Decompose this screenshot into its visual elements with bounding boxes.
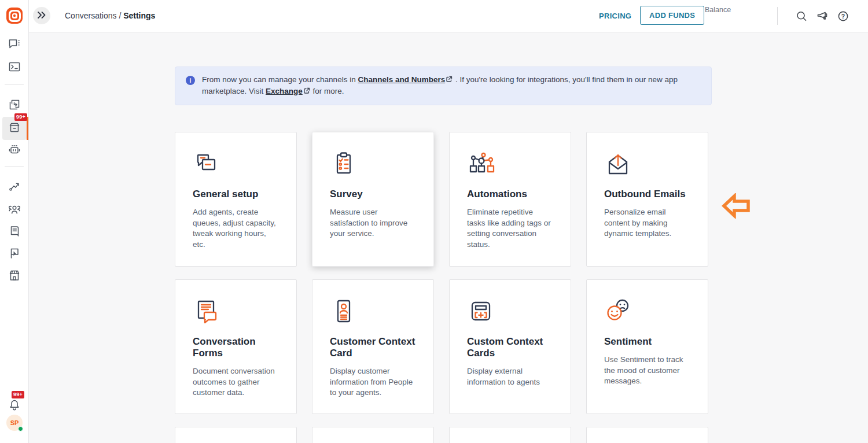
card-outbound-emails[interactable]: Outbound Emails Personalize email conten… [586,132,708,267]
terminal-icon [8,61,21,76]
bot-icon [8,143,21,158]
book-icon [8,225,21,240]
card-description: Display customer information from People… [330,366,416,398]
sidebar-item-notifications[interactable]: 99+ [2,394,27,418]
header-divider [777,7,778,25]
sidebar-item-analytics[interactable] [2,176,27,200]
sidebar-item-inbox[interactable]: 99+ [2,117,27,140]
card-conversation-forms[interactable]: Conversation Forms Document conversation… [175,279,297,414]
sidebar-divider [5,84,24,85]
storefront-icon [8,269,21,284]
orange-arrow-cursor-icon [722,193,751,221]
bell-icon [8,398,21,414]
channels-and-numbers-link[interactable]: Channels and Numbers [358,75,445,84]
card-description: Eliminate repetitive tasks like adding t… [467,207,553,250]
document-chat-icon [193,297,279,325]
trend-chart-icon [8,180,21,195]
card-title: General setup [193,189,279,200]
sidebar-item-bots[interactable] [2,139,27,163]
info-banner: i From now you can manage your channels … [175,67,712,105]
pricing-link[interactable]: PRICING [599,12,631,20]
contact-card-icon [330,297,416,325]
main-content: i From now you can manage your channels … [29,32,868,443]
card-description: Personalize email content by making dyna… [604,207,690,239]
chat-dots-icon [8,38,21,53]
exchange-link[interactable]: Exchange [266,87,303,95]
card-sentiment[interactable]: Sentiment Use Sentiment to track the moo… [586,279,708,414]
settings-card-grid: General setup Add agents, create queues,… [175,132,708,443]
card-partial[interactable] [449,427,571,443]
infobip-logo-icon[interactable] [6,8,23,24]
card-title: Automations [467,189,553,200]
double-chevron-right-icon [36,10,47,21]
card-partial[interactable] [175,427,297,443]
flag-cursor-icon [8,247,21,262]
banner-text: From now you can manage your channels in… [202,75,697,97]
breadcrumb-section[interactable]: Conversations [65,11,117,20]
email-send-icon [604,150,690,178]
breadcrumb: Conversations / Settings [65,11,155,20]
card-title: Customer Context Card [330,336,416,359]
card-partial[interactable] [312,427,434,443]
smiley-faces-icon [604,297,690,325]
card-title: Survey [330,189,416,200]
card-description: Add agents, create queues, adjust capaci… [193,207,279,250]
external-link-icon [446,75,453,86]
info-icon: i [186,76,195,85]
inbox-icon [8,121,21,136]
external-link-icon [303,87,310,98]
card-automations[interactable]: Automations Eliminate repetitive tasks l… [449,132,571,267]
sidebar-item-moments[interactable] [2,243,27,266]
avatar-initials: SP [10,419,19,426]
card-survey[interactable]: Survey Measure user satisfaction to impr… [312,132,434,267]
search-icon[interactable] [795,10,808,23]
online-status-dot [18,426,23,431]
help-icon[interactable]: ? [837,10,849,23]
chat-copy-icon [8,98,21,113]
notifications-count-badge: 99+ [12,391,24,398]
card-custom-context-cards[interactable]: Custom Context Cards Display external in… [449,279,571,414]
breadcrumb-page: Settings [123,11,155,20]
sidebar-item-developer-tools[interactable] [2,57,27,80]
sidebar: 99+ [0,0,29,443]
card-title: Outbound Emails [604,189,690,200]
svg-text:?: ? [841,13,845,20]
top-header: Conversations / Settings PRICING ADD FUN… [29,0,868,32]
card-description: Measure user satisfaction to improve you… [330,207,416,239]
card-general-setup[interactable]: General setup Add agents, create queues,… [175,132,297,267]
card-description: Document conversation outcomes to gather… [193,366,279,398]
people-icon [8,203,21,218]
add-funds-button[interactable]: ADD FUNDS [640,6,704,25]
expand-sidebar-button[interactable] [33,7,50,24]
card-title: Custom Context Cards [467,336,553,359]
announcements-icon[interactable] [816,10,829,23]
clipboard-checklist-icon [330,150,416,178]
card-description: Use Sentiment to track the mood of custo… [604,355,690,387]
sidebar-item-knowledge-base[interactable] [2,221,27,244]
breadcrumb-separator: / [117,11,124,20]
chat-bubbles-icon [193,150,279,178]
card-plus-icon [467,297,553,325]
card-title: Sentiment [604,336,690,348]
card-partial[interactable] [586,427,708,443]
card-description: Display external information to agents [467,366,553,387]
sidebar-item-people[interactable] [2,199,27,222]
balance-label: Balance [705,6,731,14]
flowchart-icon [467,150,553,178]
card-customer-context-card[interactable]: Customer Context Card Display customer i… [312,279,434,414]
sidebar-item-conversations[interactable] [2,34,27,57]
sidebar-divider [5,166,24,167]
card-title: Conversation Forms [193,336,279,359]
inbox-count-badge: 99+ [14,113,27,121]
sidebar-item-marketplace[interactable] [2,265,27,288]
